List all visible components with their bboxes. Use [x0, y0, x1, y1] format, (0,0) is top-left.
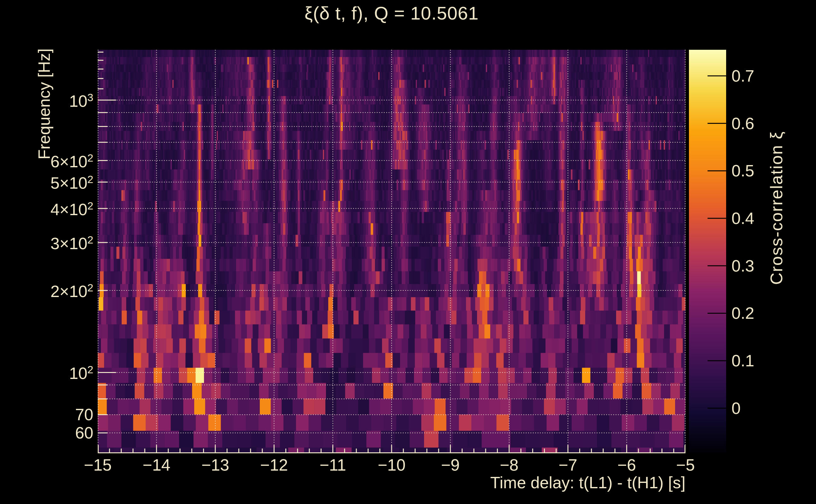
colorbar-tick-labels: 0.70.60.50.40.30.20.10	[0, 0, 816, 504]
colorbar-title: Cross-correlation ξ	[767, 131, 786, 285]
colorbar-tick-label: 0.2	[732, 305, 754, 321]
figure-root: ξ(δ t, f), Q = 10.5061 Frequency [Hz] 10…	[0, 0, 816, 504]
colorbar-tick-label: 0	[732, 400, 741, 416]
colorbar-tick-label: 0.5	[732, 163, 754, 179]
colorbar-tick-label: 0.6	[732, 115, 754, 132]
colorbar-tick-label: 0.7	[732, 68, 754, 84]
colorbar-tick-label: 0.1	[732, 352, 754, 369]
colorbar-tick-label: 0.4	[732, 210, 754, 226]
colorbar-tick-label: 0.3	[732, 258, 754, 274]
